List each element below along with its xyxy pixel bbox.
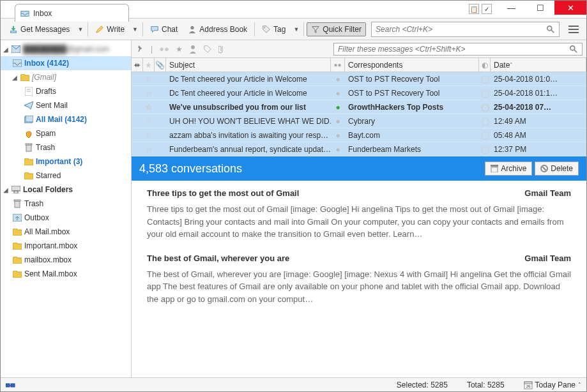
archive-button[interactable]: Archive — [485, 162, 532, 176]
global-search[interactable] — [371, 22, 560, 37]
junk-icon[interactable]: ◯ — [481, 145, 489, 154]
folder-icon — [12, 269, 22, 278]
read-status-icon[interactable]: ● — [331, 100, 345, 114]
star-icon[interactable]: ☆ — [146, 75, 153, 84]
folder-sentmail-mbox[interactable]: Sent Mail.mbox — [1, 267, 131, 281]
message-filter-box[interactable] — [333, 43, 583, 56]
star-icon[interactable]: ☆ — [146, 117, 153, 126]
star-icon[interactable]: ☆ — [146, 131, 153, 140]
attachment-filter-icon[interactable] — [218, 45, 226, 54]
collapse-icon[interactable]: ◢ — [3, 46, 9, 53]
star-icon[interactable]: ☆ — [146, 89, 153, 98]
message-from: GrowthHackers Top Posts — [345, 100, 479, 114]
quick-filter-button[interactable]: Quick Filter — [307, 22, 366, 36]
preview-item[interactable]: The best of Gmail, wherever you areGmail… — [147, 253, 571, 306]
online-status-icon[interactable] — [6, 381, 16, 389]
star-icon[interactable]: ☆ — [146, 145, 153, 154]
unread-filter-icon[interactable]: ●● — [159, 44, 169, 54]
today-pane-toggle[interactable]: 26 Today Pane ˄ — [524, 381, 581, 389]
pin-icon[interactable] — [135, 45, 144, 54]
get-messages-label: Get Messages — [20, 25, 70, 34]
folder-trash[interactable]: Trash — [1, 140, 131, 155]
message-date: 12:49 AM — [491, 114, 586, 128]
star-filter-icon[interactable]: ★ — [176, 45, 183, 54]
tasks-icon[interactable]: ✓ — [482, 4, 492, 14]
folder-important[interactable]: Important (3) — [1, 155, 131, 169]
contact-filter-icon[interactable] — [189, 45, 197, 54]
folder-mailbox-mbox[interactable]: mailbox.mbox — [1, 253, 131, 267]
collapse-icon[interactable]: ◢ — [3, 186, 9, 193]
local-icon — [11, 185, 21, 194]
message-row[interactable]: ☆Funderbeam's annual report, syndicate u… — [132, 142, 586, 156]
junk-column[interactable]: ◐ — [479, 58, 491, 72]
message-row[interactable]: ☆azzam abba's invitation is awaiting you… — [132, 128, 586, 142]
folder-allmail[interactable]: All Mail (4142) — [1, 112, 131, 126]
junk-icon[interactable]: ◯ — [481, 117, 489, 126]
svg-rect-16 — [14, 191, 18, 193]
tag-filter-icon[interactable] — [203, 45, 212, 54]
message-row[interactable]: ☆Dc Tent cheered your Article in Welcome… — [132, 72, 586, 86]
junk-icon[interactable]: ◯ — [481, 89, 489, 98]
delete-button[interactable]: Delete — [535, 162, 579, 176]
folder-drafts[interactable]: Drafts — [1, 84, 131, 98]
filter-input[interactable] — [338, 45, 569, 54]
status-bar: Selected: 5285 Total: 5285 26 Today Pane… — [1, 377, 586, 391]
read-status-icon[interactable]: ● — [331, 72, 345, 86]
read-status-icon[interactable]: ● — [331, 128, 345, 142]
folder-inbox[interactable]: Inbox (4142) — [1, 56, 131, 70]
folder-spam[interactable]: Spam — [1, 126, 131, 140]
app-menu-button[interactable] — [565, 20, 583, 38]
read-column[interactable]: ●● — [331, 58, 345, 72]
folder-starred[interactable]: Starred — [1, 169, 131, 183]
svg-rect-31 — [524, 382, 532, 384]
correspondents-column[interactable]: Correspondents — [345, 58, 479, 72]
chat-button[interactable]: Chat — [146, 22, 182, 36]
read-status-icon[interactable]: ● — [331, 86, 345, 100]
svg-line-26 — [542, 167, 546, 170]
close-button[interactable]: ✕ — [554, 1, 586, 15]
message-row[interactable]: ☆We've unsubscribed you from our list●Gr… — [132, 100, 586, 114]
dropdown-icon[interactable]: ▼ — [130, 26, 140, 33]
read-status-icon[interactable]: ● — [331, 142, 345, 156]
subject-column[interactable]: Subject — [166, 58, 331, 72]
maximize-button[interactable]: ☐ — [526, 1, 554, 15]
collapse-icon[interactable]: ◢ — [12, 74, 18, 81]
attachment-column[interactable]: 📎 — [155, 58, 166, 72]
folder-label: mailbox.mbox — [24, 255, 72, 264]
folder-outbox[interactable]: Outbox — [1, 211, 131, 225]
dropdown-icon[interactable]: ▼ — [75, 26, 85, 33]
message-row[interactable]: ☆Dc Tent cheered your Article in Welcome… — [132, 86, 586, 100]
account-node[interactable]: ◢ ████████@gmail.com — [1, 42, 131, 56]
junk-icon[interactable]: ◯ — [481, 131, 489, 140]
date-column[interactable]: Date ˄ — [491, 58, 586, 72]
search-icon[interactable] — [569, 45, 578, 54]
content-pane: | ●● ★ ᚒ ★ 📎 Subject ●● Correspondents ◐… — [132, 40, 586, 377]
read-status-icon[interactable]: ● — [331, 114, 345, 128]
svg-point-2 — [191, 26, 194, 29]
junk-icon[interactable]: ◯ — [481, 103, 489, 112]
tab-inbox[interactable]: Inbox — [15, 4, 129, 22]
folder-important-mbox[interactable]: Important.mbox — [1, 239, 131, 253]
write-button[interactable]: Write — [91, 22, 129, 36]
dropdown-icon[interactable]: ▼ — [291, 26, 301, 33]
calendar-icon[interactable]: 📋 — [469, 4, 479, 14]
svg-rect-14 — [26, 144, 32, 145]
search-icon[interactable] — [546, 25, 555, 34]
search-input[interactable] — [376, 25, 546, 34]
star-icon[interactable]: ☆ — [146, 103, 153, 112]
tag-button[interactable]: Tag — [257, 22, 290, 36]
minimize-button[interactable]: — — [497, 1, 526, 15]
folder-gmail[interactable]: ◢ [Gmail] — [1, 70, 131, 84]
get-messages-button[interactable]: Get Messages — [4, 22, 74, 36]
thread-column[interactable]: ᚒ — [132, 58, 143, 72]
message-row[interactable]: ☆UH OH! YOU WON'T BELIEVE WHAT WE DID…●C… — [132, 114, 586, 128]
star-column[interactable]: ★ — [143, 58, 155, 72]
svg-rect-28 — [11, 384, 15, 387]
preview-item[interactable]: Three tips to get the most out of GmailG… — [147, 188, 571, 241]
folder-allmail-mbox[interactable]: All Mail.mbox — [1, 225, 131, 239]
folder-local-trash[interactable]: Trash — [1, 197, 131, 211]
address-book-button[interactable]: Address Book — [183, 22, 252, 36]
junk-icon[interactable]: ◯ — [481, 75, 489, 84]
folder-sent[interactable]: Sent Mail — [1, 98, 131, 112]
local-folders-node[interactable]: ◢ Local Folders — [1, 183, 131, 197]
